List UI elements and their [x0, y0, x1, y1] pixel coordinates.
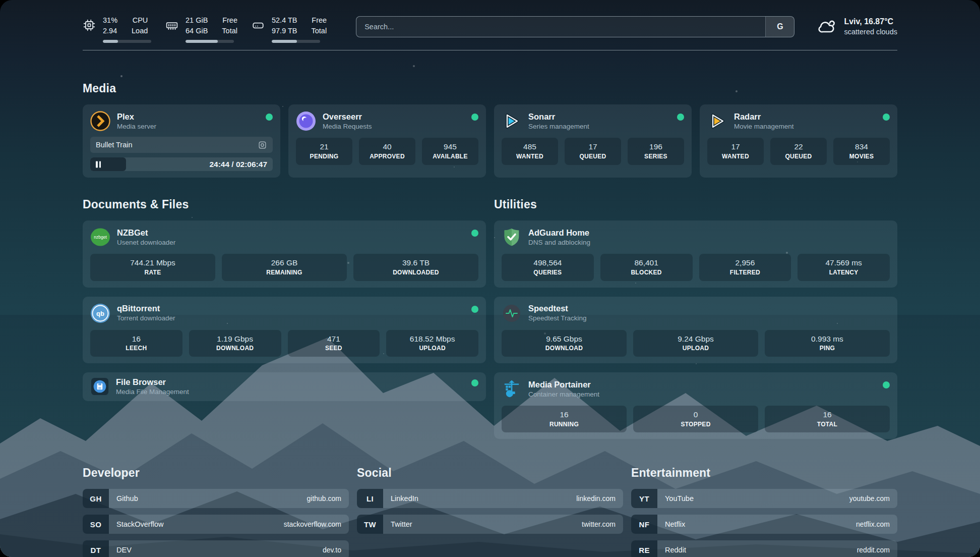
- stat-wanted: 485WANTED: [502, 138, 558, 164]
- bookmark-abbr: SO: [83, 515, 109, 534]
- pause-icon[interactable]: [96, 161, 101, 168]
- playback-progress-bar[interactable]: 24:44 / 02:06:47: [90, 157, 273, 171]
- service-card-radarr[interactable]: Radarr Movie management 17WANTED 22QUEUE…: [700, 104, 897, 178]
- bookmark-abbr: LI: [357, 489, 383, 508]
- status-dot: [471, 230, 478, 237]
- stat-movies: 834MOVIES: [833, 138, 890, 164]
- bookmark-stackoverflow[interactable]: SO StackOverflow stackoverflow.com: [83, 515, 349, 534]
- disk-progress-bar: [272, 40, 320, 43]
- search-engine-button[interactable]: G: [765, 17, 794, 37]
- bookmark-abbr: NF: [631, 515, 657, 534]
- disk-labels: FreeTotal: [312, 15, 327, 36]
- bookmark-dev[interactable]: DT DEV dev.to: [83, 540, 349, 557]
- weather-location-temp: Lviv, 16.87°C: [844, 16, 897, 27]
- bookmark-url: netflix.com: [856, 520, 890, 528]
- bookmark-abbr: DT: [83, 540, 109, 557]
- stat-queued: 17QUEUED: [565, 138, 621, 164]
- section-title-documents: Documents & Files: [83, 198, 486, 211]
- bookmark-github[interactable]: GH Github github.com: [83, 489, 349, 508]
- stat-download: 1.19 GbpsDOWNLOAD: [189, 330, 281, 357]
- section-title-media: Media: [83, 82, 897, 95]
- service-desc: Media Requests: [323, 122, 372, 131]
- bookmark-abbr: RE: [631, 540, 657, 557]
- bookmark-linkedin[interactable]: LI LinkedIn linkedin.com: [357, 489, 623, 508]
- memory-labels: FreeTotal: [222, 15, 237, 36]
- section-title-utilities: Utilities: [494, 198, 897, 211]
- status-dot: [471, 306, 478, 313]
- overseerr-icon: [296, 111, 316, 131]
- bookmark-url: reddit.com: [857, 546, 890, 554]
- speedtest-icon: [502, 303, 522, 323]
- search-input[interactable]: [356, 17, 765, 37]
- bookmark-netflix[interactable]: NF Netflix netflix.com: [631, 515, 897, 534]
- service-card-overseerr[interactable]: Overseerr Media Requests 21PENDING 40APP…: [288, 104, 486, 178]
- stat-download: 9.65 GbpsDOWNLOAD: [502, 330, 627, 357]
- weather-widget: Lviv, 16.87°C scattered clouds: [817, 16, 897, 37]
- service-name: Media Portainer: [528, 379, 599, 390]
- disk-widget: 52.4 TB97.9 TB FreeTotal: [252, 15, 327, 43]
- service-card-qbittorrent[interactable]: qb qBittorrent Torrent downloader: [83, 297, 486, 363]
- bookmark-url: dev.to: [323, 546, 341, 554]
- bookmark-twitter[interactable]: TW Twitter twitter.com: [357, 515, 623, 534]
- service-card-portainer[interactable]: Media Portainer Container management 16R…: [494, 372, 897, 439]
- bookmark-name: Github: [116, 494, 138, 503]
- status-dot: [471, 114, 478, 121]
- bookmark-reddit[interactable]: RE Reddit reddit.com: [631, 540, 897, 557]
- memory-progress-bar: [186, 40, 234, 43]
- service-card-sonarr[interactable]: Sonarr Series management 485WANTED 17QUE…: [494, 104, 692, 178]
- bookmark-name: Reddit: [665, 546, 686, 554]
- cloud-icon: [817, 17, 837, 37]
- filebrowser-icon: [90, 377, 109, 396]
- stat-rate: 744.21 MbpsRATE: [90, 254, 215, 281]
- stat-wanted: 17WANTED: [707, 138, 764, 164]
- stat-queued: 22QUEUED: [770, 138, 827, 164]
- stat-seed: 471SEED: [288, 330, 380, 357]
- stat-available: 945AVAILABLE: [422, 138, 478, 164]
- status-dot: [266, 114, 273, 121]
- service-card-adguard[interactable]: AdGuard Home DNS and adblocking 498,564Q…: [494, 220, 897, 287]
- disk-values: 52.4 TB97.9 TB: [272, 15, 297, 36]
- bookmark-name: YouTube: [665, 494, 694, 503]
- stat-stopped: 0STOPPED: [633, 406, 758, 432]
- status-dot: [677, 114, 684, 121]
- bookmark-abbr: YT: [631, 489, 657, 508]
- memory-icon: [165, 19, 178, 43]
- service-desc: Torrent downloader: [117, 314, 175, 323]
- bookmark-name: LinkedIn: [391, 494, 418, 503]
- cpu-labels: CPULoad: [132, 15, 148, 36]
- section-title-developer: Developer: [83, 466, 349, 480]
- bookmark-youtube[interactable]: YT YouTube youtube.com: [631, 489, 897, 508]
- service-card-filebrowser[interactable]: File Browser Media File Management: [83, 372, 486, 401]
- bookmark-url: linkedin.com: [576, 494, 616, 503]
- stat-ping: 0.993 msPING: [765, 330, 890, 357]
- service-name: File Browser: [116, 377, 189, 387]
- service-card-nzbget[interactable]: nzbget NZBGet Usenet downloader 74: [83, 220, 486, 287]
- disk-icon: [252, 19, 265, 43]
- status-dot: [883, 114, 890, 121]
- top-bar: 31%2.94 CPULoad: [83, 0, 897, 43]
- status-dot: [883, 381, 890, 388]
- service-name: qBittorrent: [117, 303, 175, 314]
- svg-text:qb: qb: [96, 310, 104, 317]
- cpu-icon: [83, 19, 96, 43]
- service-desc: Media File Management: [116, 387, 189, 397]
- bookmark-name: Netflix: [665, 520, 685, 528]
- qbittorrent-icon: qb: [90, 303, 110, 323]
- service-name: Plex: [117, 112, 156, 122]
- bookmark-url: stackoverflow.com: [284, 520, 341, 528]
- open-modal-icon[interactable]: [258, 140, 267, 150]
- stat-leech: 16LEECH: [90, 330, 182, 357]
- plex-icon: [90, 111, 110, 131]
- adguard-icon: [502, 227, 522, 247]
- service-card-plex[interactable]: Plex Media server Bullet Train: [83, 104, 280, 178]
- status-dot: [471, 379, 478, 386]
- stat-upload: 9.24 GbpsUPLOAD: [633, 330, 758, 357]
- bookmark-url: youtube.com: [849, 494, 890, 503]
- bookmark-name: DEV: [116, 546, 132, 554]
- service-desc: Container management: [528, 390, 599, 399]
- now-playing-title: Bullet Train: [96, 141, 133, 149]
- nzbget-icon: nzbget: [90, 227, 110, 247]
- service-card-speedtest[interactable]: Speedtest Speedtest Tracking 9.65 GbpsDO…: [494, 297, 897, 363]
- service-desc: Movie management: [734, 122, 794, 131]
- svg-text:nzbget: nzbget: [94, 235, 107, 240]
